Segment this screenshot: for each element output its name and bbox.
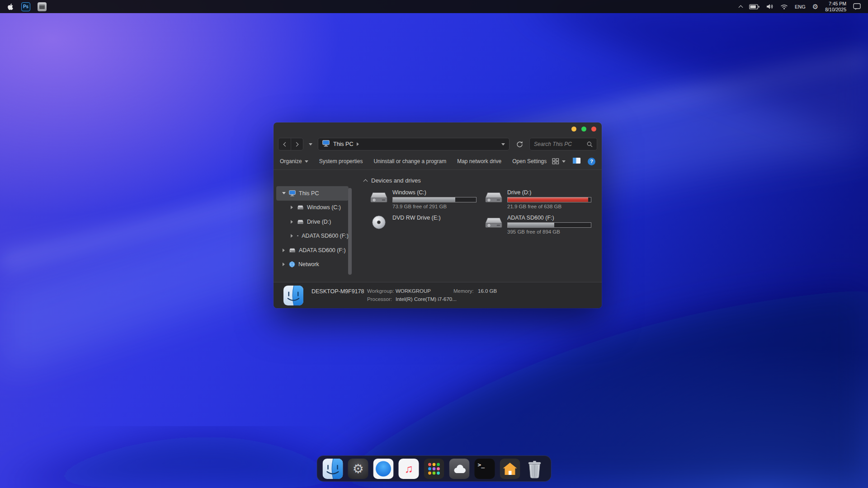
search-input[interactable] [534,141,584,147]
capacity-bar-fill [393,197,455,202]
terminal-prompt-glyph: >_ [478,461,485,468]
music-note-glyph: ♫ [405,462,413,475]
computer-icon [283,286,303,305]
minimize-button[interactable] [571,127,576,131]
file-manager-app-icon[interactable] [38,2,47,11]
group-header-devices[interactable]: Devices and drives [364,176,602,184]
dock-launchpad-icon[interactable] [424,459,444,479]
preview-pane-button[interactable] [572,157,581,166]
uninstall-program-button[interactable]: Uninstall or change a program [373,158,446,164]
memory-value: 16.0 GB [478,288,497,294]
drive-tile-dvd-e[interactable]: DVD RW Drive (E:) [369,214,484,239]
dock-music-icon[interactable]: ♫ [399,459,419,479]
grid-view-icon [552,158,559,164]
hdd-icon [484,214,503,239]
dock: ⚙ ♫ >_ [317,455,552,482]
window-titlebar[interactable] [274,122,602,135]
notifications-icon[interactable] [853,3,861,10]
open-settings-button[interactable]: Open Settings [512,158,547,164]
close-button[interactable] [591,127,596,131]
dock-weather-icon[interactable] [449,459,470,479]
system-properties-button[interactable]: System properties [319,158,363,164]
drive-icon [297,219,304,225]
forward-button[interactable] [291,138,303,150]
breadcrumb-arrow-icon[interactable] [357,142,359,146]
free-space-label: 21.9 GB free of 638 GB [507,204,591,209]
expand-arrow-icon[interactable] [291,234,293,238]
collapse-group-icon[interactable] [363,179,368,183]
clock-time: 7:45 PM [825,1,846,7]
dock-safari-icon[interactable] [373,459,394,479]
capacity-bar [507,197,591,202]
sidebar-item-adata-f[interactable]: ADATA SD600 (F:) [276,229,349,244]
sidebar-item-network[interactable]: Network [276,258,349,272]
clock[interactable]: 7:45 PM 8/10/2025 [825,1,846,13]
back-button[interactable] [278,138,291,150]
expand-arrow-icon[interactable] [291,206,293,209]
dock-system-preferences-icon[interactable]: ⚙ [348,459,368,479]
sidebar-label: ADATA SD600 (F:) [299,247,346,253]
drive-tile-windows-c[interactable]: Windows (C:) 73.9 GB free of 291 GB [369,188,484,214]
sidebar-label: Drive (D:) [307,219,331,225]
chevron-down-icon [309,143,312,145]
hdd-icon [484,188,503,214]
volume-icon[interactable] [766,4,774,9]
this-pc-icon [289,190,296,197]
dvd-disc-icon [369,214,388,239]
sidebar-item-drive-d[interactable]: Drive (D:) [276,215,349,229]
address-bar[interactable]: This PC [318,138,509,150]
settings-gear-icon[interactable]: ⚙ [812,3,818,10]
dock-terminal-icon[interactable]: >_ [475,459,495,479]
free-space-label: 73.9 GB free of 291 GB [392,204,476,209]
language-indicator[interactable]: ENG [795,4,806,9]
expand-arrow-icon[interactable] [283,249,285,252]
sidebar-scrollbar[interactable] [348,188,352,275]
sidebar-item-adata-f-device[interactable]: ADATA SD600 (F:) [276,243,349,258]
sidebar-item-this-pc[interactable]: This PC [276,186,349,201]
navigation-bar: This PC [274,135,602,153]
recent-locations-dropdown[interactable] [307,143,314,145]
sidebar-label: This PC [299,190,319,197]
navigation-sidebar: This PC Windows (C:) Drive (D:) ADATA SD… [274,170,351,282]
breadcrumb-location[interactable]: This PC [333,141,353,147]
preview-pane-icon [572,157,581,164]
view-mode-button[interactable] [552,158,566,164]
network-globe-icon [289,261,295,267]
hidden-icons-arrow-icon[interactable] [739,5,742,9]
drive-tile-adata-f[interactable]: ADATA SD600 (F:) 395 GB free of 894 GB [484,214,599,239]
desktop[interactable]: Ps ENG ⚙ 7:45 PM 8/10/2025 [0,0,868,488]
organize-menu-button[interactable]: Organize [280,158,308,164]
wifi-icon[interactable] [780,4,788,9]
collapse-arrow-icon[interactable] [282,192,286,194]
dock-home-icon[interactable] [500,459,520,479]
dock-trash-icon[interactable] [525,459,546,479]
group-header-label: Devices and drives [371,177,421,184]
map-network-drive-button[interactable]: Map network drive [457,158,501,164]
gear-glyph: ⚙ [352,461,363,476]
drive-tile-drive-d[interactable]: Drive (D:) 21.9 GB free of 638 GB [484,188,599,214]
capacity-bar [392,197,476,202]
workgroup-value: WORKGROUP [396,288,431,294]
help-button[interactable]: ? [588,158,595,165]
dock-finder-icon[interactable] [323,459,343,479]
menubar: Ps ENG ⚙ 7:45 PM 8/10/2025 [0,0,868,13]
drive-name: Drive (D:) [507,189,591,196]
battery-icon[interactable] [749,4,760,9]
expand-arrow-icon[interactable] [283,263,285,266]
search-box[interactable] [529,138,597,150]
photoshop-app-icon[interactable]: Ps [21,2,30,11]
capacity-bar-fill [508,223,554,227]
workgroup-label: Workgroup: [367,288,394,294]
drive-name: ADATA SD600 (F:) [507,215,591,221]
drive-icon [289,248,296,253]
processor-value: Intel(R) Core(TM) i7-670... [396,296,457,302]
hdd-icon [369,188,388,214]
apple-menu-icon[interactable] [7,3,14,10]
zoom-button[interactable] [581,127,586,131]
address-dropdown-icon[interactable] [501,143,505,145]
processor-label: Processor: [367,296,392,302]
sidebar-item-windows-c[interactable]: Windows (C:) [276,201,349,215]
expand-arrow-icon[interactable] [291,220,293,224]
refresh-button[interactable] [513,138,526,150]
computer-name: DESKTOP-M9F9178 [311,288,364,295]
